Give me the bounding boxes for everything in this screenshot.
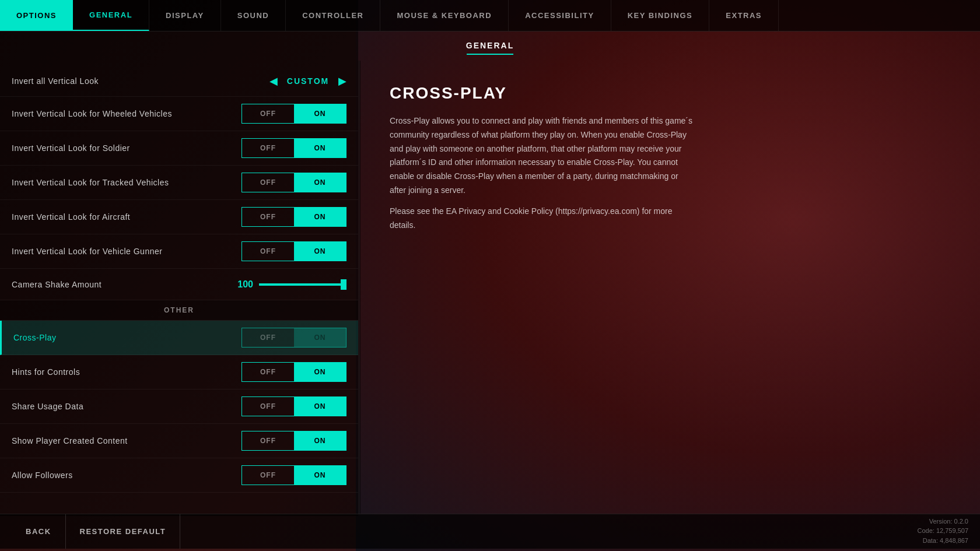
setting-invert-soldier: Invert Vertical Look for Soldier OFF ON bbox=[0, 131, 358, 166]
restore-default-button[interactable]: RESTORE DEFAULT bbox=[66, 514, 181, 549]
invert-aircraft-on: ON bbox=[294, 208, 346, 226]
invert-wheeled-label: Invert Vertical Look for Wheeled Vehicle… bbox=[12, 109, 172, 118]
setting-allow-followers: Allow Followers OFF ON bbox=[0, 458, 358, 493]
cross-play-toggle[interactable]: OFF ON bbox=[242, 328, 346, 348]
share-usage-toggle[interactable]: OFF ON bbox=[242, 396, 346, 416]
hints-controls-toggle[interactable]: OFF ON bbox=[242, 362, 346, 382]
invert-all-prev[interactable]: ◀ bbox=[270, 75, 278, 87]
hints-controls-off: OFF bbox=[242, 363, 294, 381]
allow-followers-on: ON bbox=[294, 466, 346, 485]
invert-gunner-label: Invert Vertical Look for Vehicle Gunner bbox=[12, 247, 162, 256]
invert-wheeled-toggle[interactable]: OFF ON bbox=[242, 104, 346, 124]
player-content-toggle[interactable]: OFF ON bbox=[242, 431, 346, 451]
back-button[interactable]: BACK bbox=[12, 514, 66, 549]
player-content-label: Show Player Created Content bbox=[12, 436, 128, 445]
top-nav: OPTIONS GENERAL DISPLAY SOUND CONTROLLER… bbox=[0, 0, 980, 31]
camera-shake-thumb[interactable] bbox=[341, 279, 346, 290]
camera-shake-fill bbox=[259, 283, 346, 286]
setting-share-usage: Share Usage Data OFF ON bbox=[0, 389, 358, 424]
setting-invert-aircraft: Invert Vertical Look for Aircraft OFF ON bbox=[0, 200, 358, 234]
nav-sound[interactable]: SOUND bbox=[221, 0, 286, 31]
hints-controls-on: ON bbox=[294, 363, 346, 381]
invert-tracked-label: Invert Vertical Look for Tracked Vehicle… bbox=[12, 178, 169, 187]
invert-gunner-on: ON bbox=[294, 242, 346, 261]
setting-invert-wheeled: Invert Vertical Look for Wheeled Vehicle… bbox=[0, 97, 358, 131]
allow-followers-off: OFF bbox=[242, 466, 294, 485]
allow-followers-label: Allow Followers bbox=[12, 471, 73, 480]
cross-play-on: ON bbox=[294, 328, 346, 347]
camera-shake-value: 100 bbox=[230, 279, 253, 290]
invert-soldier-toggle[interactable]: OFF ON bbox=[242, 138, 346, 158]
info-panel-title: CROSS-PLAY bbox=[390, 84, 951, 103]
settings-panel: Invert all Vertical Look ◀ CUSTOM ▶ Inve… bbox=[0, 61, 358, 514]
nav-accessibility[interactable]: ACCESSIBILITY bbox=[509, 0, 611, 31]
invert-all-next[interactable]: ▶ bbox=[338, 75, 346, 87]
setting-invert-gunner: Invert Vertical Look for Vehicle Gunner … bbox=[0, 234, 358, 269]
camera-shake-label: Camera Shake Amount bbox=[12, 280, 102, 289]
invert-soldier-off: OFF bbox=[242, 139, 294, 157]
version-line1: Version: 0.2.0 bbox=[918, 517, 968, 527]
invert-tracked-toggle[interactable]: OFF ON bbox=[242, 173, 346, 192]
nav-options[interactable]: OPTIONS bbox=[0, 0, 73, 31]
info-panel-para-1: Cross-Play allows you to connect and pla… bbox=[390, 114, 693, 198]
setting-player-content: Show Player Created Content OFF ON bbox=[0, 424, 358, 458]
invert-all-value: CUSTOM bbox=[285, 76, 331, 86]
info-panel-para-2: Please see the EA Privacy and Cookie Pol… bbox=[390, 205, 693, 233]
share-usage-label: Share Usage Data bbox=[12, 402, 83, 411]
allow-followers-toggle[interactable]: OFF ON bbox=[242, 465, 346, 485]
invert-soldier-on: ON bbox=[294, 139, 346, 157]
panel-divider bbox=[358, 61, 360, 514]
hints-controls-label: Hints for Controls bbox=[12, 367, 80, 377]
invert-wheeled-off: OFF bbox=[242, 104, 294, 123]
invert-soldier-label: Invert Vertical Look for Soldier bbox=[12, 143, 130, 153]
setting-invert-tracked: Invert Vertical Look for Tracked Vehicle… bbox=[0, 166, 358, 200]
bottom-bar: BACK RESTORE DEFAULT bbox=[0, 514, 980, 549]
cross-play-label: Cross-Play bbox=[13, 333, 56, 342]
player-content-on: ON bbox=[294, 431, 346, 450]
camera-shake-track[interactable] bbox=[259, 283, 346, 286]
share-usage-on: ON bbox=[294, 397, 346, 416]
invert-aircraft-off: OFF bbox=[242, 208, 294, 226]
invert-gunner-off: OFF bbox=[242, 242, 294, 261]
invert-aircraft-toggle[interactable]: OFF ON bbox=[242, 207, 346, 227]
setting-invert-all: Invert all Vertical Look ◀ CUSTOM ▶ bbox=[0, 65, 358, 97]
version-line2: Code: 12,759,507 bbox=[918, 526, 968, 536]
invert-gunner-toggle[interactable]: OFF ON bbox=[242, 241, 346, 261]
info-panel: CROSS-PLAY Cross-Play allows you to conn… bbox=[360, 61, 980, 514]
invert-all-label: Invert all Vertical Look bbox=[12, 76, 99, 86]
setting-camera-shake: Camera Shake Amount 100 bbox=[0, 269, 358, 300]
version-line3: Data: 4,848,867 bbox=[918, 536, 968, 546]
invert-aircraft-label: Invert Vertical Look for Aircraft bbox=[12, 212, 130, 222]
invert-tracked-on: ON bbox=[294, 173, 346, 192]
other-section-header: OTHER bbox=[0, 300, 358, 321]
nav-extras[interactable]: EXTRAS bbox=[709, 0, 779, 31]
setting-cross-play[interactable]: Cross-Play OFF ON bbox=[0, 321, 358, 355]
version-info: Version: 0.2.0 Code: 12,759,507 Data: 4,… bbox=[918, 517, 968, 546]
share-usage-off: OFF bbox=[242, 397, 294, 416]
section-title: GENERAL bbox=[0, 31, 980, 61]
cross-play-off: OFF bbox=[242, 328, 294, 347]
nav-key-bindings[interactable]: KEY BINDINGS bbox=[611, 0, 710, 31]
invert-wheeled-on: ON bbox=[294, 104, 346, 123]
main-content: Invert all Vertical Look ◀ CUSTOM ▶ Inve… bbox=[0, 61, 980, 514]
nav-mouse-keyboard[interactable]: MOUSE & KEYBOARD bbox=[380, 0, 509, 31]
invert-tracked-off: OFF bbox=[242, 173, 294, 192]
nav-general[interactable]: GENERAL bbox=[73, 0, 149, 31]
nav-display[interactable]: DISPLAY bbox=[149, 0, 221, 31]
info-panel-description: Cross-Play allows you to connect and pla… bbox=[390, 114, 693, 232]
nav-controller[interactable]: CONTROLLER bbox=[286, 0, 380, 31]
invert-all-selector: ◀ CUSTOM ▶ bbox=[270, 75, 346, 87]
player-content-off: OFF bbox=[242, 431, 294, 450]
setting-hints-controls: Hints for Controls OFF ON bbox=[0, 355, 358, 389]
camera-shake-slider-container: 100 bbox=[230, 279, 346, 290]
